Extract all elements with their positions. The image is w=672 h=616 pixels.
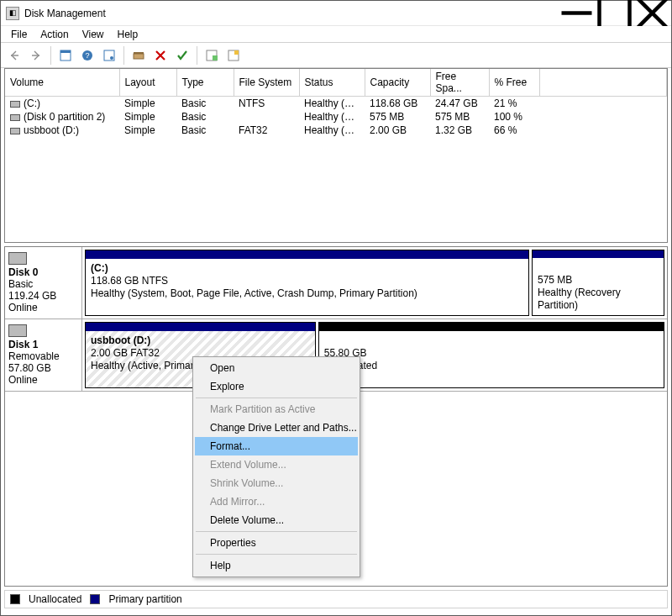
minimize-button[interactable] bbox=[558, 1, 596, 25]
title-bar: ◧ Disk Management bbox=[1, 1, 671, 26]
disk-name: Disk 0 bbox=[8, 266, 78, 278]
ctx-help[interactable]: Help bbox=[195, 556, 358, 575]
close-button[interactable] bbox=[633, 1, 671, 25]
app-icon: ◧ bbox=[6, 7, 19, 20]
disk-kind: Removable bbox=[8, 350, 78, 362]
disk-management-window: ◧ Disk Management File Action View Help … bbox=[0, 0, 672, 616]
legend-swatch-unallocated bbox=[10, 594, 20, 604]
disk-row-0: Disk 0 Basic 119.24 GB Online (C:) 118.6… bbox=[5, 247, 667, 319]
disk-name: Disk 1 bbox=[8, 339, 78, 350]
toolbar-separator bbox=[123, 46, 124, 65]
svg-rect-5 bbox=[32, 55, 39, 55]
svg-rect-12 bbox=[134, 54, 144, 59]
part-title: usbboot (D:) bbox=[91, 334, 150, 346]
col-pctfree[interactable]: % Free bbox=[489, 69, 539, 97]
svg-rect-1 bbox=[600, 0, 630, 29]
svg-rect-13 bbox=[134, 52, 144, 54]
help-toolbar-button[interactable]: ? bbox=[77, 45, 97, 66]
table-header-row: Volume Layout Type File System Status Ca… bbox=[5, 69, 667, 97]
part-title: (C:) bbox=[91, 262, 108, 274]
ctx-mirror: Add Mirror... bbox=[195, 492, 358, 511]
ctx-separator bbox=[196, 398, 357, 398]
ctx-change-letter[interactable]: Change Drive Letter and Paths... bbox=[195, 419, 358, 437]
ctx-delete[interactable]: Delete Volume... bbox=[195, 511, 358, 529]
svg-rect-4 bbox=[11, 55, 18, 55]
legend-label-unallocated: Unallocated bbox=[29, 593, 81, 605]
disk-size: 57.80 GB bbox=[8, 362, 78, 374]
part-line3: Healthy (System, Boot, Page File, Active… bbox=[91, 287, 417, 299]
col-capacity[interactable]: Capacity bbox=[365, 69, 430, 97]
table-row[interactable]: usbboot (D:)SimpleBasicFAT32Healthy (A..… bbox=[5, 124, 667, 137]
volume-icon bbox=[10, 101, 20, 108]
table-row[interactable]: (C:)SimpleBasicNTFSHealthy (S...118.68 G… bbox=[5, 97, 667, 111]
ctx-properties[interactable]: Properties bbox=[195, 534, 358, 552]
part-line2: 2.00 GB FAT32 bbox=[91, 347, 160, 359]
disk-1-partitions: usbboot (D:) 2.00 GB FAT32 Healthy (Acti… bbox=[82, 319, 667, 391]
svg-text:?: ? bbox=[85, 51, 89, 60]
volume-icon bbox=[10, 128, 20, 134]
menu-view[interactable]: View bbox=[76, 27, 111, 42]
volume-icon bbox=[10, 114, 20, 121]
legend-label-primary: Primary partition bbox=[108, 593, 181, 605]
ctx-explore[interactable]: Explore bbox=[195, 377, 358, 396]
menu-bar: File Action View Help bbox=[1, 26, 671, 43]
rescan-button[interactable] bbox=[129, 45, 149, 66]
col-status[interactable]: Status bbox=[299, 69, 365, 97]
menu-action[interactable]: Action bbox=[34, 27, 75, 42]
col-spacer bbox=[539, 69, 667, 97]
partition-c[interactable]: (C:) 118.68 GB NTFS Healthy (System, Boo… bbox=[85, 250, 529, 316]
ctx-format[interactable]: Format... bbox=[195, 437, 358, 455]
volume-list[interactable]: Volume Layout Type File System Status Ca… bbox=[4, 68, 668, 243]
svg-rect-15 bbox=[213, 55, 218, 61]
col-filesystem[interactable]: File System bbox=[234, 69, 299, 97]
disk-0-label[interactable]: Disk 0 Basic 119.24 GB Online bbox=[5, 247, 82, 319]
disk-icon bbox=[8, 252, 27, 265]
menu-help[interactable]: Help bbox=[111, 27, 145, 42]
layout-detail-button[interactable] bbox=[223, 45, 244, 66]
disk-icon bbox=[8, 324, 27, 337]
graphical-view: Disk 0 Basic 119.24 GB Online (C:) 118.6… bbox=[4, 246, 668, 587]
apply-button[interactable] bbox=[172, 45, 192, 66]
disk-state: Online bbox=[8, 374, 78, 386]
disk-kind: Basic bbox=[8, 278, 78, 290]
col-type[interactable]: Type bbox=[176, 69, 234, 97]
stripe-unallocated bbox=[319, 323, 664, 331]
toolbar: ? bbox=[1, 43, 671, 68]
col-volume[interactable]: Volume bbox=[5, 69, 119, 97]
statusbar-spacer bbox=[1, 612, 671, 615]
part-line2: 575 MB bbox=[538, 274, 572, 286]
ctx-open[interactable]: Open bbox=[195, 359, 358, 377]
menu-file[interactable]: File bbox=[4, 27, 34, 42]
col-layout[interactable]: Layout bbox=[119, 69, 176, 97]
ctx-separator bbox=[196, 531, 357, 532]
legend-swatch-primary bbox=[90, 594, 100, 604]
part-line3: Healthy (Recovery Partition) bbox=[538, 287, 621, 311]
maximize-button[interactable] bbox=[596, 1, 633, 25]
legend: Unallocated Primary partition bbox=[4, 590, 668, 608]
forward-button[interactable] bbox=[26, 45, 46, 66]
disk-state: Online bbox=[8, 302, 78, 313]
table-row[interactable]: (Disk 0 partition 2)SimpleBasicHealthy (… bbox=[5, 110, 667, 124]
volume-table: Volume Layout Type File System Status Ca… bbox=[5, 69, 667, 137]
ctx-mark-active: Mark Partition as Active bbox=[195, 400, 358, 419]
window-controls bbox=[558, 1, 671, 25]
settings-button[interactable] bbox=[99, 45, 119, 66]
disk-0-partitions: (C:) 118.68 GB NTFS Healthy (System, Boo… bbox=[82, 247, 667, 319]
back-button[interactable] bbox=[4, 45, 24, 66]
partition-unallocated[interactable]: 55.80 GB Unallocated bbox=[318, 322, 664, 388]
disk-1-label[interactable]: Disk 1 Removable 57.80 GB Online bbox=[5, 319, 82, 391]
delete-button[interactable] bbox=[150, 45, 171, 66]
layout-icon-button[interactable] bbox=[202, 45, 222, 66]
toolbar-separator bbox=[197, 46, 197, 65]
ctx-extend: Extend Volume... bbox=[195, 455, 358, 474]
col-free[interactable]: Free Spa... bbox=[430, 69, 489, 97]
stripe-primary bbox=[86, 323, 315, 331]
partition-recovery[interactable]: 575 MB Healthy (Recovery Partition) bbox=[532, 250, 664, 316]
svg-point-11 bbox=[110, 56, 113, 60]
ctx-separator bbox=[196, 554, 357, 555]
ctx-shrink: Shrink Volume... bbox=[195, 474, 358, 492]
disk-size: 119.24 GB bbox=[8, 290, 78, 302]
window-title: Disk Management bbox=[24, 8, 558, 19]
refresh-button[interactable] bbox=[55, 45, 76, 66]
svg-rect-7 bbox=[60, 50, 71, 53]
